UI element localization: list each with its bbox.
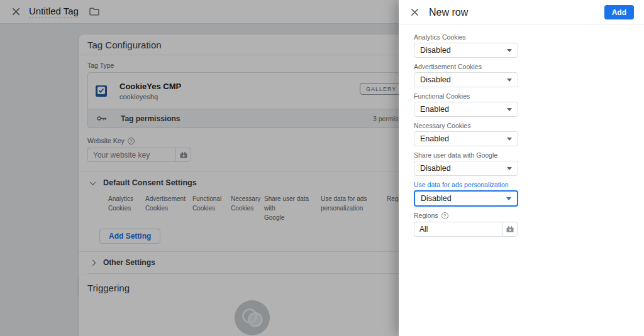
help-icon[interactable]: ? xyxy=(441,212,448,219)
app-window: Untitled Tag Tag Configuration Tag Type … xyxy=(0,0,644,336)
dropdown-arrow-icon xyxy=(507,79,512,82)
dropdown-value: Disabled xyxy=(420,46,507,55)
close-panel-button[interactable] xyxy=(406,4,423,21)
dropdown-arrow-icon xyxy=(507,138,512,141)
field-use-data-ads-personalization: Use data for ads personalization Disable… xyxy=(414,181,644,207)
dropdown-value: Enabled xyxy=(420,134,507,143)
regions-label: Regions xyxy=(414,212,438,219)
field-label: Analytics Cookies xyxy=(414,33,644,41)
dropdown-value: Disabled xyxy=(420,75,507,84)
dropdown-arrow-icon xyxy=(507,49,512,52)
new-row-panel-header: New row Add xyxy=(399,0,644,25)
regions-group xyxy=(414,222,518,237)
dropdown-value: Disabled xyxy=(420,164,507,173)
new-row-form: Analytics Cookies Disabled Advertisement… xyxy=(399,25,644,237)
analytics-cookies-dropdown[interactable]: Disabled xyxy=(414,43,518,58)
field-regions: Regions ? xyxy=(414,212,644,237)
dropdown-arrow-icon xyxy=(506,197,511,200)
field-share-user-data: Share user data with Google Disabled xyxy=(414,151,644,176)
new-row-panel: New row Add Analytics Cookies Disabled A… xyxy=(399,0,644,336)
field-functional-cookies: Functional Cookies Enabled xyxy=(414,92,644,117)
dropdown-arrow-icon xyxy=(507,108,512,111)
variable-picker-button[interactable] xyxy=(502,222,518,237)
necessary-cookies-dropdown[interactable]: Enabled xyxy=(414,131,518,146)
use-data-ads-dropdown[interactable]: Disabled xyxy=(414,190,518,207)
brick-icon xyxy=(506,225,514,233)
functional-cookies-dropdown[interactable]: Enabled xyxy=(414,102,518,117)
dropdown-value: Enabled xyxy=(420,105,507,114)
share-user-data-dropdown[interactable]: Disabled xyxy=(414,161,518,176)
add-row-button[interactable]: Add xyxy=(604,5,634,19)
field-advertisement-cookies: Advertisement Cookies Disabled xyxy=(414,63,644,87)
field-label: Functional Cookies xyxy=(414,92,644,100)
dropdown-value: Disabled xyxy=(421,194,506,203)
field-label: Share user data with Google xyxy=(414,151,644,159)
panel-title: New row xyxy=(429,7,468,18)
field-label: Use data for ads personalization xyxy=(414,181,644,188)
field-label: Advertisement Cookies xyxy=(414,63,644,70)
close-icon xyxy=(411,8,419,16)
field-label: Necessary Cookies xyxy=(414,122,644,129)
field-necessary-cookies: Necessary Cookies Enabled xyxy=(414,122,644,146)
field-analytics-cookies: Analytics Cookies Disabled xyxy=(414,33,644,58)
dropdown-arrow-icon xyxy=(507,167,512,170)
regions-input[interactable] xyxy=(414,222,502,237)
advertisement-cookies-dropdown[interactable]: Disabled xyxy=(414,72,518,87)
